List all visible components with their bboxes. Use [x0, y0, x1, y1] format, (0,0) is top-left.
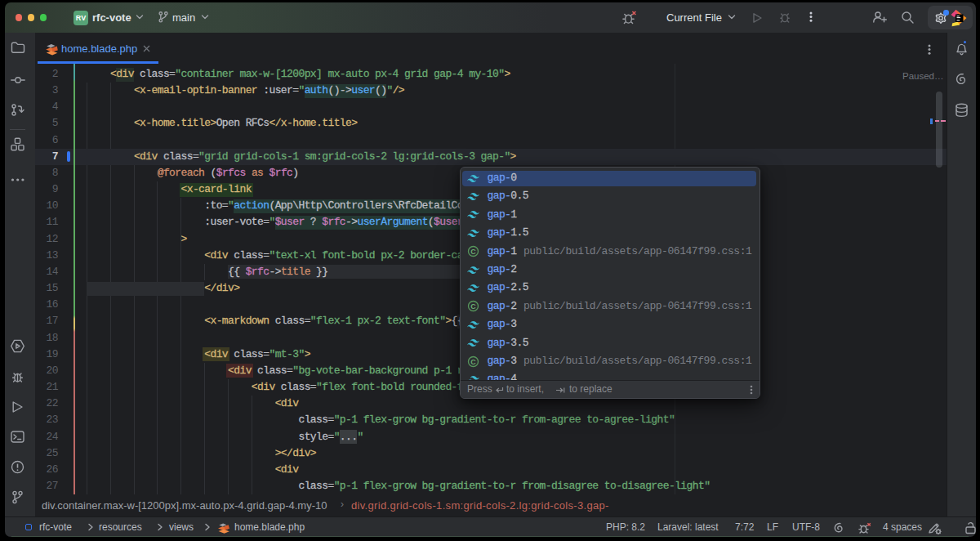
svg-text:C: C — [470, 248, 476, 256]
svg-text:C: C — [470, 357, 476, 365]
svg-text:C: C — [470, 302, 476, 311]
